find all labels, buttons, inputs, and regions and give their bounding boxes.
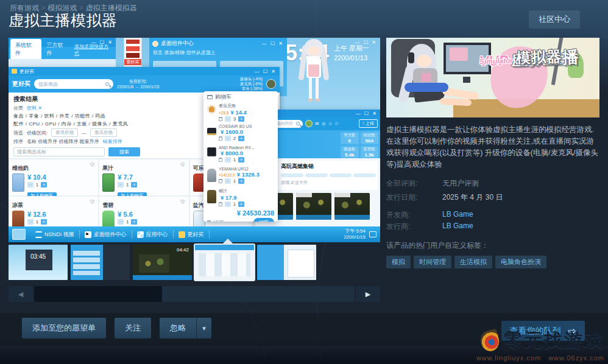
shop-icon [12, 69, 17, 74]
cart-item-price: ¥ 1600.0 [221, 128, 243, 135]
main-screenshot[interactable]: — ☐ ✕ 05:54 上午 星期一 2200/01/13 应用中心 — ☐ ✕ [9, 38, 380, 242]
info-row: 开发商: LB Game [386, 210, 599, 220]
qty-plus-button: + [238, 178, 244, 184]
taskbar-items: NShiDi 视频 桌面组件中心 [30, 230, 210, 239]
shop-avatar [266, 79, 276, 89]
min-price-input: 最低价格 [51, 128, 78, 137]
screenshot-thumbnail[interactable]: 03:45 [9, 245, 68, 280]
app-center-window: 应用中心 — ☐ ✕ 系统软件 三方软件 添加桌面快捷方式 [9, 38, 116, 69]
category-label: 分类 [13, 105, 23, 111]
energy-badge: Q: [90, 198, 95, 204]
screenshot-thumbnail[interactable] [195, 245, 254, 280]
qty-minus-button: − [225, 178, 231, 184]
info-row-label: 发行商: [386, 222, 442, 232]
price-range-label: 价格区间: [27, 130, 48, 136]
qty-minus-button: − [27, 182, 34, 187]
community-hub-button[interactable]: 社区中心 [529, 10, 580, 29]
qty-plus-button: + [238, 136, 244, 141]
checkout-button: 结算 [253, 218, 274, 222]
window-controls: — ☐ ✕ [356, 111, 378, 116]
prev-arrow-button[interactable]: ◀ [9, 286, 33, 302]
tag-chip[interactable]: 电脑角色扮演 [495, 256, 546, 268]
info-row: 发行日期: 2025 年 4 月 30 日 [386, 192, 599, 203]
info-row-value[interactable]: LB Game [442, 222, 473, 232]
qty-minus-button: − [225, 157, 231, 163]
cart-item-name: YEMAHA UR12 [219, 167, 274, 171]
cart-item-icon [207, 128, 216, 135]
thumbnail-pager: ◀ ▶ [9, 286, 380, 302]
tag-chip[interactable]: 模拟 [386, 256, 411, 268]
ignore-dropdown-button[interactable]: ▾ [196, 318, 211, 338]
clear-cart-button: 清空 [207, 219, 224, 222]
tag-chip[interactable]: 生活模拟 [454, 256, 492, 268]
qty-value: 1 [232, 201, 237, 207]
product-card: 果汁 Q: ¥ 7.7 − 1 + [99, 159, 189, 196]
info-row-value[interactable]: LB Game [442, 210, 473, 220]
page-title: 虚拟主播模拟器 [9, 10, 118, 30]
selected-thumb-caret [222, 239, 234, 245]
product-name: 凉茶 [12, 202, 23, 208]
trash-icon [219, 202, 222, 206]
video-item [334, 193, 370, 220]
tag-chip[interactable]: 时间管理 [414, 256, 451, 268]
tab-third-party: 三方软件 [41, 39, 72, 59]
taskbar-item: NShiDi 视频 [30, 231, 79, 239]
tab-system-software: 系统软件 [10, 39, 41, 59]
sort-options: 名称 价格升序 价格降序 能量升序 [27, 138, 99, 145]
qty-plus-button: + [238, 157, 244, 163]
qty-plus-button: + [41, 182, 47, 187]
video-title: 高玩高燃集锦 [281, 163, 376, 170]
follow-button[interactable]: 关注 [115, 318, 151, 338]
add-shortcut-link: 添加桌面快捷方式 [73, 41, 114, 59]
toolbar-icon: ⊙ [322, 121, 326, 127]
stat-chip: 播放数 5.4k [341, 146, 359, 158]
game-taskbar: NShiDi 视频 桌面组件中心 [9, 226, 380, 242]
search-icon [296, 122, 300, 125]
cart-icon [207, 95, 213, 99]
cart-items: 番茄意面 +25.5 ¥ 14.4 − 3 + [207, 103, 274, 208]
taskbar-clock: 下午 5:54 2200/1/15 [344, 228, 366, 240]
scrollbar-handle[interactable] [162, 286, 355, 302]
qty-minus-button: − [225, 201, 231, 207]
screenshot-thumbnail[interactable] [257, 245, 316, 280]
user-avatar [305, 120, 313, 127]
clock-meridiem: 上午 星期一 [334, 43, 379, 53]
qty-value: 1 [232, 157, 237, 163]
notification-icon [369, 231, 376, 237]
watermark: 零元找游戏 www.lingliuyx.com www.06zyx.com [476, 328, 604, 363]
cart-title: 购物车 [215, 93, 232, 101]
toolbar-icon: ⚐ [335, 121, 339, 127]
add-to-wishlist-button[interactable]: 添加至您的愿望单 [22, 318, 106, 338]
screenshot-thumbnail[interactable] [71, 245, 130, 280]
ignore-button[interactable]: 忽略 [160, 318, 196, 338]
start-icon [12, 229, 26, 240]
stat-chip: 粉丝数 564 [361, 132, 379, 144]
shop-search-input: 搜索商品 [34, 79, 113, 89]
cart-item-icon [207, 190, 216, 203]
next-arrow-button[interactable]: ▶ [356, 286, 380, 302]
cart-item-icon [207, 169, 216, 182]
shop-titlebar: 更好买 [19, 68, 34, 75]
qty-plus-button: + [238, 116, 244, 122]
info-row-label: 开发商: [386, 210, 442, 220]
clock-date: 2200/01/13 [334, 53, 379, 63]
info-row-value[interactable]: 2025 年 4 月 30 日 [442, 192, 503, 203]
thumbnail-scrollbar[interactable] [34, 286, 355, 302]
taskbar-item: 更好买 [174, 231, 209, 239]
product-price: ¥ 7.7 [118, 173, 185, 181]
info-row-value[interactable]: 无用户评测 [442, 178, 479, 189]
window-controls: — ☐ ✕ [262, 41, 284, 46]
product-icon [102, 173, 115, 192]
qty-plus-button: + [131, 219, 137, 225]
info-rows: 全部评测: 无用户评测 发行日期: 2025 年 4 月 30 日 开发商: L… [386, 178, 599, 232]
product-price: ¥ 10.4 [27, 173, 95, 181]
sort-label: 排序 [13, 138, 23, 145]
toolbar-icon: ✉ [315, 121, 319, 127]
screenshot-thumbnail[interactable]: 04:42 [133, 245, 192, 280]
store-page: 所有游戏 > 模拟游戏 > 虚拟主播模拟器 > 虚拟主播模拟器 社区中心 — ☐… [0, 0, 608, 364]
cart-item-icon [207, 105, 216, 114]
qty-plus-button: + [238, 201, 244, 207]
media-column: — ☐ ✕ 05:54 上午 星期一 2200/01/13 应用中心 — ☐ ✕ [9, 38, 380, 302]
ignore-button-group: 忽略 ▾ [160, 318, 211, 338]
cart-item-price: ¥ 14.4 [230, 109, 246, 116]
